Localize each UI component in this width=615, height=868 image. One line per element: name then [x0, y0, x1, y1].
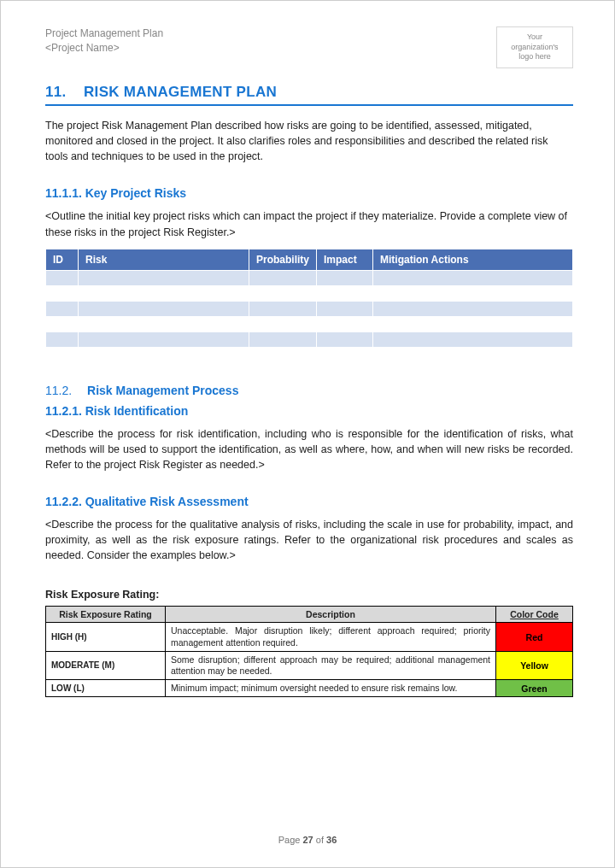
logo-placeholder: Your organization's logo here	[496, 26, 573, 68]
rating-desc-moderate: Some disruption; different approach may …	[166, 651, 496, 679]
rating-header-row: Risk Exposure Rating Description Color C…	[46, 607, 573, 623]
col-probability: Probability	[249, 249, 317, 270]
table-row	[46, 285, 573, 301]
subsection-11-2-2-text: <Describe the process for the qualitativ…	[45, 517, 573, 563]
subsection-11-2-2-heading: 11.2.2. Qualitative Risk Assessment	[45, 495, 573, 508]
subsection-11-2-1-text: <Describe the process for risk identific…	[45, 426, 573, 472]
page-footer: Page 27 of 36	[1, 835, 614, 845]
rating-desc-low: Minimum impact; minimum oversight needed…	[166, 679, 496, 696]
rating-code-high: Red	[496, 623, 573, 651]
subsection-11-2-number: 11.2.	[45, 384, 72, 397]
col-mitigation: Mitigation Actions	[373, 249, 573, 270]
table-row	[46, 270, 573, 285]
col-id: ID	[46, 249, 79, 270]
rating-label-low: LOW (L)	[46, 679, 166, 696]
subsection-11-2-1-heading: 11.2.1. Risk Identification	[45, 404, 573, 418]
rating-label-high: HIGH (H)	[46, 623, 166, 651]
table-row	[46, 331, 573, 347]
table-row	[46, 316, 573, 331]
rating-code-moderate: Yellow	[496, 651, 573, 679]
section-title: RISK MANAGEMENT PLAN	[84, 84, 277, 100]
rating-row-moderate: MODERATE (M) Some disruption; different …	[46, 651, 573, 679]
doc-title: Project Management Plan	[45, 26, 163, 41]
rating-label-moderate: MODERATE (M)	[46, 651, 166, 679]
header-left: Project Management Plan <Project Name>	[45, 26, 163, 56]
risk-table-header-row: ID Risk Probability Impact Mitigation Ac…	[46, 249, 573, 270]
rating-title: Risk Exposure Rating:	[45, 589, 573, 601]
subsection-11-1-1-heading: 11.1.1. Key Project Risks	[45, 186, 573, 200]
rating-code-low: Green	[496, 679, 573, 696]
risk-table: ID Risk Probability Impact Mitigation Ac…	[45, 249, 573, 348]
subsection-11-2-title: Risk Management Process	[87, 384, 238, 397]
rating-col-description: Description	[166, 607, 496, 623]
rating-col-color: Color Code	[496, 607, 573, 623]
section-heading: 11. RISK MANAGEMENT PLAN	[45, 84, 573, 106]
project-name: <Project Name>	[45, 41, 163, 56]
footer-prefix: Page	[278, 835, 303, 845]
section-number: 11.	[45, 84, 79, 101]
subsection-11-2-heading: 11.2. Risk Management Process	[45, 384, 573, 397]
page-header: Project Management Plan <Project Name> Y…	[45, 26, 573, 68]
rating-desc-high: Unacceptable. Major disruption likely; d…	[166, 623, 496, 651]
section-intro: The project Risk Management Plan describ…	[45, 118, 573, 164]
rating-row-low: LOW (L) Minimum impact; minimum oversigh…	[46, 679, 573, 696]
footer-page: 27	[302, 835, 313, 845]
rating-col-rating: Risk Exposure Rating	[46, 607, 166, 623]
col-impact: Impact	[317, 249, 373, 270]
subsection-11-1-1-note: <Outline the initial key project risks w…	[45, 208, 573, 239]
rating-table: Risk Exposure Rating Description Color C…	[45, 606, 573, 697]
footer-total: 36	[326, 835, 337, 845]
table-row	[46, 301, 573, 316]
footer-mid: of	[313, 835, 326, 845]
rating-row-high: HIGH (H) Unacceptable. Major disruption …	[46, 623, 573, 651]
col-risk: Risk	[79, 249, 249, 270]
